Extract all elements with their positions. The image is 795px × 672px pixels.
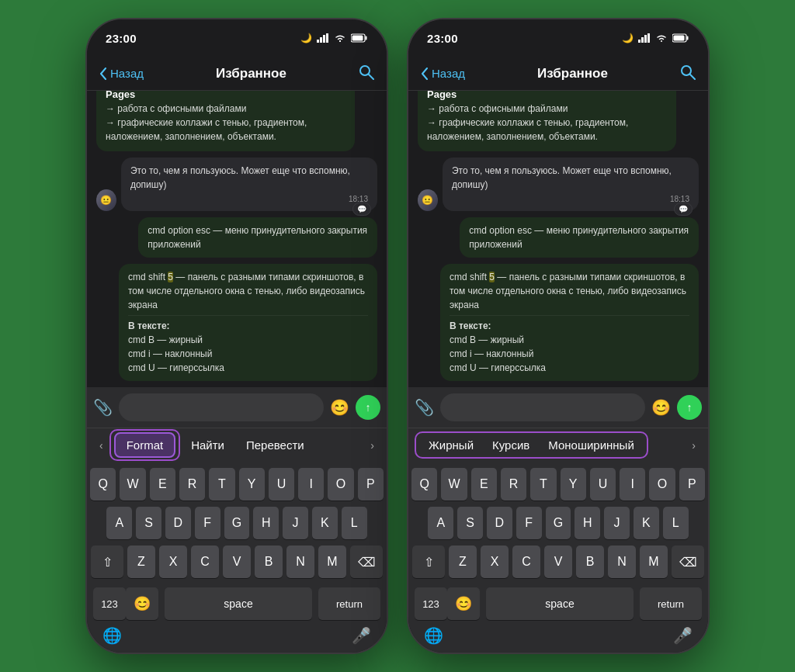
nav-back-right[interactable]: Назад xyxy=(421,67,465,80)
key-K-left[interactable]: K xyxy=(312,507,338,539)
key-space-left[interactable]: space xyxy=(165,587,312,620)
v-tekste-left: В тексте: xyxy=(128,319,368,333)
send-icon-right: ↑ xyxy=(687,401,693,414)
attach-icon-left[interactable]: 📎 xyxy=(93,398,113,417)
mic-icon-left[interactable]: 🎤 xyxy=(352,626,371,645)
key-emoji-left[interactable]: 😊 xyxy=(126,587,158,620)
search-icon-left[interactable] xyxy=(359,64,374,82)
key-E-right[interactable]: E xyxy=(471,468,497,501)
format-btn-format-left[interactable]: Format xyxy=(114,432,176,458)
emoji-icon-left[interactable]: 😊 xyxy=(330,398,349,417)
key-numeric-right[interactable]: 123 xyxy=(415,587,447,620)
key-shift-right[interactable]: ⇧ xyxy=(412,546,445,578)
input-bar-left: 📎 😊 ↑ xyxy=(87,387,387,428)
mic-icon-right[interactable]: 🎤 xyxy=(673,626,693,645)
key-backspace-left[interactable]: ⌫ xyxy=(350,546,383,578)
key-backspace-right[interactable]: ⌫ xyxy=(672,546,704,578)
key-C-right[interactable]: C xyxy=(512,546,540,578)
key-T-right[interactable]: T xyxy=(530,468,556,501)
left-arrow-left[interactable]: ‹ xyxy=(93,435,109,456)
attach-icon-right[interactable]: 📎 xyxy=(415,398,434,417)
key-H-right[interactable]: H xyxy=(575,507,600,539)
key-G-right[interactable]: G xyxy=(546,507,571,539)
search-icon-right[interactable] xyxy=(680,64,696,82)
key-emoji-right[interactable]: 😊 xyxy=(447,587,480,620)
key-return-right[interactable]: return xyxy=(640,587,702,620)
kb-row2-right: A S D F G H J K L xyxy=(411,507,705,539)
key-A-right[interactable]: A xyxy=(428,507,453,539)
send-button-right[interactable]: ↑ xyxy=(677,395,702,420)
key-I-left[interactable]: I xyxy=(298,468,324,501)
key-O-right[interactable]: O xyxy=(649,468,675,501)
key-F-left[interactable]: F xyxy=(195,507,220,539)
key-O-left[interactable]: O xyxy=(328,468,353,501)
react-btn-right[interactable]: 💬 xyxy=(674,203,693,216)
key-E-left[interactable]: E xyxy=(150,468,175,501)
key-X-right[interactable]: X xyxy=(481,546,509,578)
key-B-right[interactable]: B xyxy=(576,546,604,578)
key-J-left[interactable]: J xyxy=(283,507,308,539)
right-arrow-left[interactable]: › xyxy=(364,435,380,456)
input-field-right[interactable] xyxy=(440,393,645,421)
svg-point-14 xyxy=(661,40,662,42)
react-btn-left[interactable]: 💬 xyxy=(352,203,371,216)
key-space-right[interactable]: space xyxy=(486,587,634,620)
key-C-left[interactable]: C xyxy=(191,546,219,578)
key-Z-right[interactable]: Z xyxy=(449,546,477,578)
key-Y-right[interactable]: Y xyxy=(561,468,586,501)
key-D-right[interactable]: D xyxy=(487,507,512,539)
key-R-left[interactable]: R xyxy=(179,468,205,501)
key-Q-right[interactable]: Q xyxy=(411,468,437,501)
key-F-right[interactable]: F xyxy=(516,507,542,539)
key-P-left[interactable]: P xyxy=(358,468,384,501)
nav-back-left[interactable]: Назад xyxy=(99,67,144,80)
key-Y-left[interactable]: Y xyxy=(239,468,265,501)
key-I-right[interactable]: I xyxy=(620,468,645,501)
key-N-left[interactable]: N xyxy=(286,546,314,578)
key-shift-left[interactable]: ⇧ xyxy=(91,546,123,578)
key-K-right[interactable]: K xyxy=(634,507,659,539)
key-U-left[interactable]: U xyxy=(269,468,294,501)
key-R-right[interactable]: R xyxy=(501,468,526,501)
format-btn-italic-right[interactable]: Курсив xyxy=(484,435,537,455)
key-Q-left[interactable]: Q xyxy=(90,468,116,501)
key-G-left[interactable]: G xyxy=(224,507,250,539)
format-btn-translate-left[interactable]: Перевести xyxy=(235,434,315,456)
key-L-left[interactable]: L xyxy=(342,507,367,539)
format-btn-bold-right[interactable]: Жирный xyxy=(421,435,481,455)
key-U-right[interactable]: U xyxy=(590,468,616,501)
key-D-left[interactable]: D xyxy=(165,507,191,539)
cmd-u-right: cmd U — гиперссылка xyxy=(450,361,689,375)
format-btn-find-left[interactable]: Найти xyxy=(180,434,235,456)
key-return-left[interactable]: return xyxy=(318,587,380,620)
right-arrow-right[interactable]: › xyxy=(686,435,702,456)
nav-title-left: Избранное xyxy=(216,66,286,81)
input-field-left[interactable] xyxy=(119,393,324,421)
key-H-left[interactable]: H xyxy=(253,507,279,539)
key-S-right[interactable]: S xyxy=(457,507,483,539)
key-X-left[interactable]: X xyxy=(159,546,187,578)
status-time-left: 23:00 xyxy=(106,32,137,45)
format-btn-mono-right[interactable]: Моноширинный xyxy=(540,435,642,455)
key-V-left[interactable]: V xyxy=(223,546,251,578)
key-P-right[interactable]: P xyxy=(679,468,705,501)
key-M-right[interactable]: M xyxy=(640,546,668,578)
key-Z-left[interactable]: Z xyxy=(127,546,155,578)
key-T-left[interactable]: T xyxy=(209,468,234,501)
key-A-left[interactable]: A xyxy=(106,507,132,539)
key-B-left[interactable]: B xyxy=(255,546,283,578)
key-W-right[interactable]: W xyxy=(441,468,467,501)
signal-icon-left xyxy=(317,33,329,43)
key-L-right[interactable]: L xyxy=(663,507,689,539)
send-button-left[interactable]: ↑ xyxy=(356,395,380,420)
key-W-left[interactable]: W xyxy=(120,468,145,501)
key-S-left[interactable]: S xyxy=(136,507,161,539)
emoji-icon-right[interactable]: 😊 xyxy=(651,398,671,417)
key-J-right[interactable]: J xyxy=(604,507,630,539)
key-V-right[interactable]: V xyxy=(544,546,572,578)
key-M-left[interactable]: M xyxy=(318,546,346,578)
key-N-right[interactable]: N xyxy=(608,546,636,578)
key-numeric-left[interactable]: 123 xyxy=(93,587,126,620)
globe-icon-left[interactable]: 🌐 xyxy=(102,626,122,645)
globe-icon-right[interactable]: 🌐 xyxy=(424,626,443,645)
